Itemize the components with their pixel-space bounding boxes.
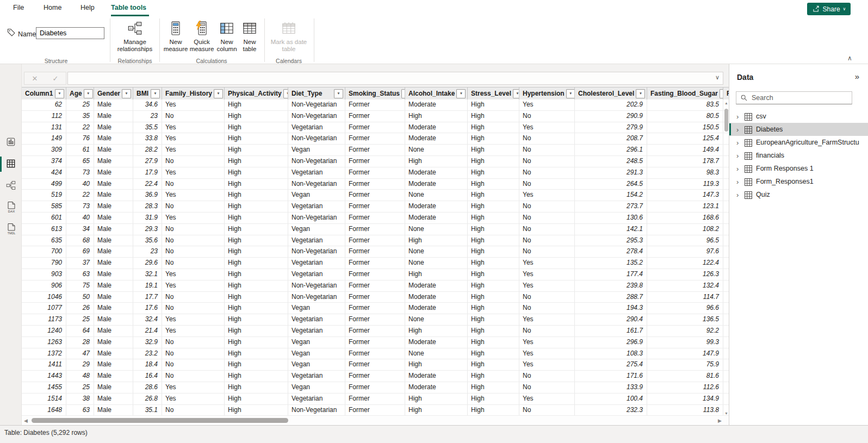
- grid-cell[interactable]: 38: [66, 394, 94, 404]
- grid-cell[interactable]: No: [519, 405, 575, 416]
- grid-cell[interactable]: 519: [22, 190, 66, 201]
- grid-cell[interactable]: 112.6: [647, 382, 723, 393]
- grid-cell[interactable]: 26.8: [133, 394, 162, 404]
- grid-cell[interactable]: High: [405, 111, 468, 122]
- grid-cell[interactable]: No: [162, 224, 225, 235]
- grid-cell[interactable]: 177.4: [575, 269, 647, 280]
- column-header-Diet_Type[interactable]: Diet_Type▼: [288, 88, 345, 99]
- grid-cell[interactable]: Yes: [519, 314, 575, 325]
- grid-cell[interactable]: Former: [345, 314, 405, 325]
- grid-cell[interactable]: Vegan: [288, 337, 345, 348]
- grid-cell[interactable]: 99.3: [647, 337, 723, 348]
- grid-cell[interactable]: Vegan: [288, 303, 345, 314]
- grid-cell[interactable]: Vegan: [288, 359, 345, 370]
- grid-cell[interactable]: No: [519, 224, 575, 235]
- grid-cell[interactable]: Former: [345, 122, 405, 133]
- grid-cell[interactable]: High: [468, 405, 519, 416]
- grid-cell[interactable]: Male: [94, 371, 133, 382]
- grid-cell[interactable]: 499: [22, 179, 66, 190]
- grid-cell[interactable]: No: [519, 179, 575, 190]
- grid-cell[interactable]: High: [468, 133, 519, 144]
- grid-cell[interactable]: Yes: [162, 314, 225, 325]
- grid-cell[interactable]: Former: [345, 213, 405, 223]
- grid-cell[interactable]: Male: [94, 111, 133, 122]
- chevron-right-icon[interactable]: ›: [736, 126, 745, 134]
- grid-cell[interactable]: 1173: [22, 314, 66, 325]
- chevron-right-icon[interactable]: ›: [736, 139, 745, 147]
- grid-cell[interactable]: High: [468, 258, 519, 269]
- expand-formula-bar-icon[interactable]: ∨: [715, 74, 720, 81]
- column-header-Smoking_Status[interactable]: Smoking_Status▼: [345, 88, 405, 99]
- grid-cell[interactable]: Former: [345, 99, 405, 110]
- grid-cell[interactable]: 700: [22, 246, 66, 257]
- grid-cell[interactable]: Moderate: [405, 213, 468, 223]
- grid-cell[interactable]: Vegan: [288, 145, 345, 155]
- grid-cell[interactable]: Non-Vegetarian: [288, 99, 345, 110]
- grid-cell[interactable]: High: [468, 280, 519, 291]
- grid-cell[interactable]: High: [225, 190, 288, 201]
- horizontal-scrollbar[interactable]: ◀ ▶: [22, 416, 729, 425]
- grid-cell[interactable]: Former: [345, 179, 405, 190]
- grid-cell[interactable]: Male: [94, 201, 133, 212]
- grid-cell[interactable]: Vegetarian: [288, 201, 345, 212]
- grid-cell[interactable]: Non-Vegetarian: [288, 292, 345, 303]
- grid-cell[interactable]: 33.8: [133, 133, 162, 144]
- grid-cell[interactable]: Vegetarian: [288, 258, 345, 269]
- grid-cell[interactable]: Yes: [162, 269, 225, 280]
- grid-cell[interactable]: High: [405, 156, 468, 167]
- grid-cell[interactable]: 26: [66, 303, 94, 314]
- grid-cell[interactable]: High: [468, 235, 519, 246]
- grid-cell[interactable]: High: [225, 156, 288, 167]
- grid-cell[interactable]: 35: [66, 111, 94, 122]
- grid-cell[interactable]: 149.4: [647, 145, 723, 155]
- grid-cell[interactable]: Male: [94, 258, 133, 269]
- grid-cell[interactable]: High: [225, 122, 288, 133]
- grid-cell[interactable]: High: [225, 405, 288, 416]
- grid-cell[interactable]: 248.5: [575, 156, 647, 167]
- grid-cell[interactable]: 135.2: [575, 258, 647, 269]
- grid-cell[interactable]: Male: [94, 348, 133, 359]
- grid-cell[interactable]: Yes: [519, 394, 575, 404]
- grid-cell[interactable]: Former: [345, 201, 405, 212]
- grid-cell[interactable]: 69: [66, 246, 94, 257]
- table-name-input[interactable]: [36, 27, 104, 39]
- grid-cell[interactable]: 296.1: [575, 145, 647, 155]
- grid-cell[interactable]: High: [468, 224, 519, 235]
- grid-cell[interactable]: 601: [22, 213, 66, 223]
- grid-cell[interactable]: High: [225, 235, 288, 246]
- grid-cell[interactable]: 133.9: [575, 382, 647, 393]
- grid-cell[interactable]: 132.4: [647, 280, 723, 291]
- grid-cell[interactable]: 25: [66, 99, 94, 110]
- grid-cell[interactable]: No: [162, 303, 225, 314]
- grid-cell[interactable]: 291.3: [575, 167, 647, 178]
- grid-cell[interactable]: Male: [94, 280, 133, 291]
- grid-cell[interactable]: 37: [66, 258, 94, 269]
- grid-cell[interactable]: High: [225, 213, 288, 223]
- grid-cell[interactable]: 125.4: [647, 133, 723, 144]
- grid-cell[interactable]: Yes: [162, 99, 225, 110]
- grid-cell[interactable]: Male: [94, 235, 133, 246]
- grid-cell[interactable]: High: [468, 122, 519, 133]
- chevron-right-icon[interactable]: ›: [736, 191, 745, 199]
- grid-cell[interactable]: Former: [345, 190, 405, 201]
- grid-cell[interactable]: 232.3: [575, 405, 647, 416]
- grid-cell[interactable]: 35.1: [133, 405, 162, 416]
- grid-cell[interactable]: Yes: [162, 145, 225, 155]
- scroll-right-icon[interactable]: ▶: [718, 418, 722, 423]
- grid-cell[interactable]: 63: [66, 405, 94, 416]
- grid-cell[interactable]: 113.8: [647, 405, 723, 416]
- column-header-Family_History[interactable]: Family_History▼: [162, 88, 225, 99]
- grid-cell[interactable]: 134.9: [647, 394, 723, 404]
- grid-cell[interactable]: 63: [66, 269, 94, 280]
- grid-cell[interactable]: 108.3: [575, 348, 647, 359]
- grid-cell[interactable]: 1455: [22, 382, 66, 393]
- grid-cell[interactable]: Former: [345, 292, 405, 303]
- grid-cell[interactable]: 25: [66, 382, 94, 393]
- grid-cell[interactable]: High: [405, 359, 468, 370]
- grid-cell[interactable]: Vegan: [288, 190, 345, 201]
- grid-cell[interactable]: High: [225, 224, 288, 235]
- grid-cell[interactable]: High: [225, 145, 288, 155]
- filter-dropdown-icon[interactable]: ▼: [334, 89, 343, 98]
- filter-dropdown-icon[interactable]: ▼: [636, 89, 645, 98]
- grid-cell[interactable]: 275.4: [575, 359, 647, 370]
